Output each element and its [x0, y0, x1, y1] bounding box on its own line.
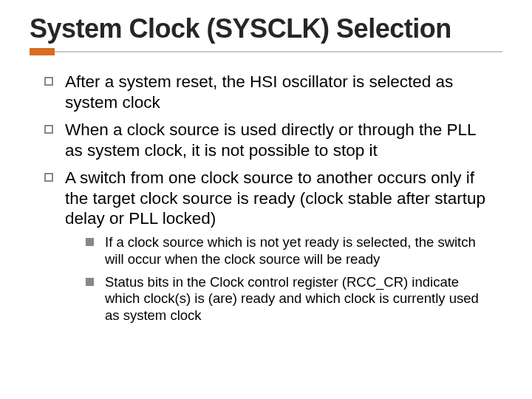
sub-list-item-text: Status bits in the Clock control registe… — [105, 274, 479, 323]
list-item-text: After a system reset, the HSI oscillator… — [65, 72, 453, 111]
bullet-list: After a system reset, the HSI oscillator… — [30, 72, 502, 324]
accent-line — [55, 51, 502, 52]
sub-list-item: If a clock source which is not yet ready… — [86, 234, 495, 267]
sub-list-item: Status bits in the Clock control registe… — [86, 274, 495, 324]
slide-title: System Clock (SYSCLK) Selection — [30, 13, 502, 44]
sub-bullet-list: If a clock source which is not yet ready… — [65, 234, 495, 324]
list-item: When a clock source is used directly or … — [44, 120, 495, 160]
list-item-text: When a clock source is used directly or … — [65, 120, 476, 159]
accent-divider — [30, 48, 502, 55]
list-item-text: A switch from one clock source to anothe… — [65, 168, 485, 228]
list-item: A switch from one clock source to anothe… — [44, 168, 495, 324]
list-item: After a system reset, the HSI oscillator… — [44, 72, 495, 112]
sub-list-item-text: If a clock source which is not yet ready… — [105, 234, 476, 267]
accent-block — [30, 48, 55, 55]
slide: System Clock (SYSCLK) Selection After a … — [0, 0, 532, 399]
